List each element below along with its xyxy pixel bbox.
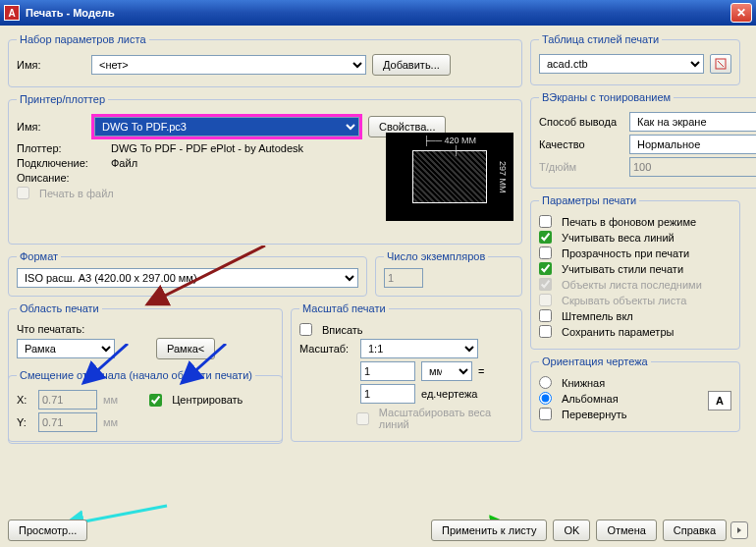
center-checkbox[interactable]: [149, 394, 162, 407]
x-input: [38, 390, 97, 410]
scale-lw-label: Масштабировать веса линий: [379, 407, 513, 430]
dpi-input: [629, 157, 756, 177]
style-edit-icon[interactable]: [710, 54, 731, 74]
quality-select[interactable]: Нормальное: [629, 135, 756, 154]
copies-group: Число экземпляров: [375, 250, 522, 297]
paper-preview: ├── 420 MM ──┤ 297 MM: [386, 133, 513, 221]
opt-transp-label: Прозрачность при печати: [562, 247, 689, 259]
add-button[interactable]: Добавить...: [372, 54, 451, 76]
ok-button[interactable]: OK: [553, 520, 590, 541]
opt-hide-paperspace-label: Скрывать объекты листа: [562, 295, 686, 306]
drawing-units-label: ед.чертежа: [421, 388, 477, 400]
printer-group: Принтер/плоттер Имя: DWG To PDF.pc3 Свой…: [8, 93, 522, 245]
opt-save-label: Сохранить параметры: [562, 326, 674, 338]
orient-upside[interactable]: [539, 408, 552, 420]
printer-name-select[interactable]: DWG To PDF.pc3: [94, 117, 359, 137]
opt-stamp[interactable]: [539, 309, 552, 322]
scale-lw-checkbox: [356, 412, 369, 425]
styles-legend: Таблица стилей печати: [539, 33, 662, 45]
opt-styles[interactable]: [539, 262, 552, 275]
fit-label: Вписать: [322, 324, 363, 336]
print-to-file-label: Печать в файл: [39, 188, 114, 199]
y-unit: мм: [103, 416, 118, 428]
opt-lw-label: Учитывать веса линий: [562, 232, 675, 244]
opt-save[interactable]: [539, 325, 552, 338]
copies-input: [384, 268, 423, 288]
center-label: Центрировать: [172, 394, 243, 406]
opt-hide-paperspace: [539, 294, 552, 306]
scale-ratio-select[interactable]: 1:1: [360, 339, 478, 358]
y-input: [38, 412, 97, 432]
x-unit: мм: [103, 394, 118, 406]
titlebar: A Печать - Модель ✕: [0, 0, 756, 26]
opt-paperspace-last-label: Объекты листа последними: [562, 279, 702, 291]
scale-v2[interactable]: [360, 384, 415, 404]
format-select[interactable]: ISO расш. A3 (420.00 x 297.00 мм): [17, 268, 358, 288]
svg-line-1: [718, 61, 724, 67]
shaded-legend: ВЭкраны с тонированием: [539, 91, 674, 103]
scale-unit[interactable]: мм: [421, 361, 472, 381]
orient-landscape-label: Альбомная: [562, 393, 619, 405]
scale-v1[interactable]: [360, 361, 415, 381]
pageset-name-label: Имя:: [17, 59, 85, 71]
orient-landscape[interactable]: [539, 392, 552, 405]
opt-paperspace-last: [539, 278, 552, 291]
window-title: Печать - Модель: [26, 7, 730, 19]
options-group: Параметры печати Печать в фоновом режиме…: [530, 194, 740, 350]
opt-transp[interactable]: [539, 246, 552, 259]
apply-button[interactable]: Применить к листу: [431, 520, 548, 541]
shade-mode-select[interactable]: Как на экране: [629, 112, 756, 132]
pageset-name-select[interactable]: <нет>: [91, 55, 366, 75]
orient-portrait-label: Книжная: [562, 377, 605, 389]
opt-lw[interactable]: [539, 231, 552, 244]
orient-legend: Ориентация чертежа: [539, 356, 651, 367]
scale-legend: Масштаб печати: [299, 302, 389, 314]
print-to-file-checkbox: [17, 187, 29, 199]
opt-stamp-label: Штемпель вкл: [562, 310, 633, 322]
connection-label: Подключение:: [17, 157, 105, 169]
plotter-value: DWG To PDF - PDF ePlot - by Autodesk: [111, 142, 303, 154]
opt-bg-label: Печать в фоновом режиме: [562, 216, 696, 228]
options-legend: Параметры печати: [539, 194, 639, 206]
area-legend: Область печати: [17, 302, 102, 314]
offset-legend: Смещение от начала (начало области печат…: [17, 369, 255, 381]
fit-checkbox[interactable]: [299, 323, 312, 336]
printer-name-label: Имя:: [17, 121, 85, 133]
what-print-select[interactable]: Рамка: [17, 339, 115, 358]
app-icon: A: [4, 5, 20, 21]
styles-select[interactable]: acad.ctb: [539, 54, 704, 74]
orient-icon: A: [708, 391, 731, 410]
page-setup-legend: Набор параметров листа: [17, 33, 149, 45]
format-group: Формат ISO расш. A3 (420.00 x 297.00 мм): [8, 250, 367, 297]
shade-mode-label: Способ вывода: [539, 116, 623, 128]
opt-bg[interactable]: [539, 215, 552, 228]
preview-height: 297 MM: [498, 151, 508, 202]
page-setup-group: Набор параметров листа Имя: <нет> Добави…: [8, 33, 522, 87]
offset-group: Смещение от начала (начало области печат…: [8, 369, 283, 444]
scale-group: Масштаб печати Вписать Масштаб: 1:1 мм =: [291, 302, 522, 442]
scale-label: Масштаб:: [299, 343, 354, 355]
preview-button[interactable]: Просмотр...: [8, 520, 87, 541]
x-label: X:: [17, 394, 32, 406]
help-button[interactable]: Справка: [663, 520, 727, 541]
dpi-label: Т/дюйм: [539, 161, 623, 173]
y-label: Y:: [17, 416, 32, 428]
cancel-button[interactable]: Отмена: [596, 520, 656, 541]
shaded-group: ВЭкраны с тонированием Способ вывода Как…: [530, 91, 756, 189]
connection-value: Файл: [111, 157, 137, 169]
eq-label: =: [478, 365, 484, 377]
opt-styles-label: Учитывать стили печати: [562, 263, 683, 275]
expand-icon[interactable]: [730, 521, 748, 539]
frame-button[interactable]: Рамка<: [156, 338, 215, 359]
orient-group: Ориентация чертежа Книжная Альбомная Пер…: [530, 356, 740, 432]
what-print-label: Что печатать:: [17, 323, 84, 335]
printer-legend: Принтер/плоттер: [17, 93, 108, 105]
plotter-label: Плоттер:: [17, 142, 105, 154]
styles-group: Таблица стилей печати acad.ctb: [530, 33, 740, 85]
preview-width: ├── 420 MM ──┤: [413, 136, 486, 155]
quality-label: Качество: [539, 138, 623, 150]
format-legend: Формат: [17, 250, 61, 262]
close-icon[interactable]: ✕: [730, 3, 752, 23]
description-label: Описание:: [17, 172, 105, 184]
orient-portrait[interactable]: [539, 376, 552, 389]
